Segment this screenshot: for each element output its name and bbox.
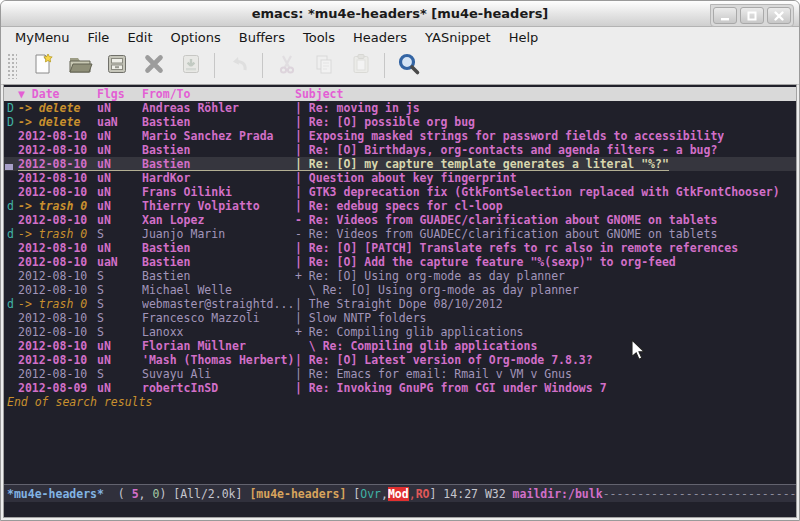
modeline-segment: *mu4e-headers* bbox=[7, 487, 104, 501]
end-of-search-results: End of search results bbox=[4, 395, 796, 409]
toolbar bbox=[1, 47, 799, 85]
message-row[interactable]: 2012-08-10uNFlorian Müllner \ Re: Compil… bbox=[4, 339, 796, 353]
subject: | Exposing masked strings for password f… bbox=[295, 129, 724, 143]
date: 2012-08-10 bbox=[18, 339, 97, 353]
close-button[interactable] bbox=[767, 7, 791, 24]
menu-tools[interactable]: Tools bbox=[294, 29, 344, 46]
message-row[interactable]: d-> trash 0uNThierry Volpiatto| Re: edeb… bbox=[4, 199, 796, 213]
menu-options[interactable]: Options bbox=[162, 29, 230, 46]
column-date: ▼ Date bbox=[18, 87, 97, 101]
message-row[interactable]: 2012-08-10SSuvayu Ali| Re: Emacs for ema… bbox=[4, 367, 796, 381]
minibuffer[interactable] bbox=[4, 502, 796, 517]
message-row[interactable]: 2012-08-10uN'Mash (Thomas Herbert)| Re: … bbox=[4, 353, 796, 367]
modeline-segment: , bbox=[381, 487, 388, 501]
paste-icon bbox=[349, 52, 373, 79]
message-row[interactable]: D-> deleteuaNBastien| Re: [O] possible o… bbox=[4, 115, 796, 129]
menu-mymenu[interactable]: MyMenu bbox=[6, 29, 79, 46]
message-list: D-> deleteuNAndreas Röhler| Re: moving i… bbox=[4, 101, 796, 395]
cut-button[interactable] bbox=[268, 50, 305, 81]
subject: - Re: Videos from GUADEC/clarification a… bbox=[295, 227, 717, 241]
modeline-segment: 14:27 W32 bbox=[443, 487, 512, 501]
from: Juanjo Marin bbox=[142, 227, 295, 241]
subject: | Re: Emacs for email: Rmail v VM v Gnus bbox=[295, 367, 572, 381]
date: -> trash 0 bbox=[18, 227, 97, 241]
message-row[interactable]: 2012-08-10uNMario Sanchez Prada| Exposin… bbox=[4, 129, 796, 143]
message-row[interactable]: 2012-08-10SBastien+ Re: [O] Using org-mo… bbox=[4, 269, 796, 283]
menu-headers[interactable]: Headers bbox=[344, 29, 416, 46]
menu-buffers[interactable]: Buffers bbox=[230, 29, 294, 46]
new-file-button[interactable] bbox=[24, 50, 61, 81]
modeline-segment: , bbox=[409, 487, 416, 501]
date: 2012-08-10 bbox=[18, 255, 97, 269]
message-row[interactable]: 2012-08-10uaNBastien| Re: [O] Add the ca… bbox=[4, 255, 796, 269]
message-row[interactable]: 2012-08-10uNBastien| Re: [O] [PATCH] Tra… bbox=[4, 241, 796, 255]
save-button[interactable] bbox=[98, 50, 135, 81]
modeline-segment: , bbox=[139, 487, 153, 501]
search-button[interactable] bbox=[390, 50, 427, 81]
menu-edit[interactable]: Edit bbox=[118, 29, 161, 46]
mark-char bbox=[7, 311, 18, 325]
toolbar-drag-handle[interactable] bbox=[7, 53, 17, 79]
subject: | Re: Invoking GnuPG from CGI under Wind… bbox=[295, 381, 607, 395]
date: 2012-08-10 bbox=[18, 325, 97, 339]
open-folder-button[interactable] bbox=[61, 50, 98, 81]
message-row[interactable]: 2012-08-10SLanoxx+ Re: Compiling glib ap… bbox=[4, 325, 796, 339]
mark-char bbox=[7, 241, 18, 255]
subject: | Re: [O] Latest version of Org-mode 7.8… bbox=[295, 353, 593, 367]
message-row[interactable]: 2012-08-10uNBastien| Re: [O] Birthdays, … bbox=[4, 143, 796, 157]
copy-button[interactable] bbox=[305, 50, 342, 81]
message-row[interactable]: 2012-08-10uNBastien| Re: [O] my capture … bbox=[4, 157, 796, 171]
modeline-segment: [mu4e-headers] bbox=[249, 487, 353, 501]
from: Bastien bbox=[142, 157, 295, 171]
flags: S bbox=[97, 297, 142, 311]
paste-button[interactable] bbox=[342, 50, 379, 81]
undo-button[interactable] bbox=[220, 50, 257, 81]
from: Bastien bbox=[142, 143, 295, 157]
subject: | Re: edebug specs for cl-loop bbox=[295, 199, 503, 213]
message-row[interactable]: 2012-08-10uNXan Lopez- Re: Videos from G… bbox=[4, 213, 796, 227]
date: 2012-08-10 bbox=[18, 367, 97, 381]
menu-yasnippet[interactable]: YASnippet bbox=[416, 29, 500, 46]
message-row[interactable]: 2012-08-10SMichael Welle \ Re: [O] Using… bbox=[4, 283, 796, 297]
flags: uN bbox=[97, 213, 142, 227]
modeline-segment: RO bbox=[416, 487, 430, 501]
message-row[interactable]: D-> deleteuNAndreas Röhler| Re: moving i… bbox=[4, 101, 796, 115]
mark-char bbox=[7, 129, 18, 143]
message-row[interactable]: 2012-08-09uNrobertcInSD| Re: Invoking Gn… bbox=[4, 381, 796, 395]
message-row[interactable]: 2012-08-10uNFrans Oilinki| GTK3 deprecat… bbox=[4, 185, 796, 199]
titlebar[interactable]: emacs: *mu4e-headers* [mu4e-headers] bbox=[1, 1, 799, 27]
new-file-icon bbox=[31, 52, 55, 79]
headers-column-header: ▼ Date Flgs From/To Subject bbox=[4, 87, 796, 101]
mark-char bbox=[7, 381, 18, 395]
toolbar-separator bbox=[262, 53, 263, 78]
emacs-window: emacs: *mu4e-headers* [mu4e-headers] MyM… bbox=[0, 0, 800, 521]
menu-file[interactable]: File bbox=[79, 29, 119, 46]
message-row[interactable]: d-> trash 0Swebmaster@straightd...| The … bbox=[4, 297, 796, 311]
maximize-button[interactable] bbox=[740, 7, 764, 24]
date: 2012-08-10 bbox=[18, 241, 97, 255]
flags: S bbox=[97, 269, 142, 283]
mark-char bbox=[7, 143, 18, 157]
from: HardKor bbox=[142, 171, 295, 185]
mark-char: d bbox=[7, 227, 18, 241]
message-row[interactable]: d-> trash 0SJuanjo Marin- Re: Videos fro… bbox=[4, 227, 796, 241]
message-row[interactable]: 2012-08-10SFrancesco Mazzoli| Slow NNTP … bbox=[4, 311, 796, 325]
subject: | The Straight Dope 08/10/2012 bbox=[295, 297, 503, 311]
from: robertcInSD bbox=[142, 381, 295, 395]
flags: uN bbox=[97, 143, 142, 157]
flags: S bbox=[97, 283, 142, 297]
from: Thierry Volpiatto bbox=[142, 199, 295, 213]
mark-char bbox=[7, 185, 18, 199]
flags: uaN bbox=[97, 115, 142, 129]
menu-help[interactable]: Help bbox=[500, 29, 548, 46]
save-as-button[interactable] bbox=[172, 50, 209, 81]
modeline[interactable]: *mu4e-headers* ( 5, 0) [All/2.0k] [mu4e-… bbox=[4, 484, 796, 502]
flags: uN bbox=[97, 157, 142, 171]
subject: \ Re: [O] Using org-mode as day planner bbox=[295, 283, 579, 297]
minimize-button[interactable] bbox=[713, 7, 737, 24]
date: 2012-08-10 bbox=[18, 157, 97, 171]
date: 2012-08-09 bbox=[18, 381, 97, 395]
mark-char bbox=[7, 367, 18, 381]
message-row[interactable]: 2012-08-10uNHardKor| Question about key … bbox=[4, 171, 796, 185]
delete-button[interactable] bbox=[135, 50, 172, 81]
